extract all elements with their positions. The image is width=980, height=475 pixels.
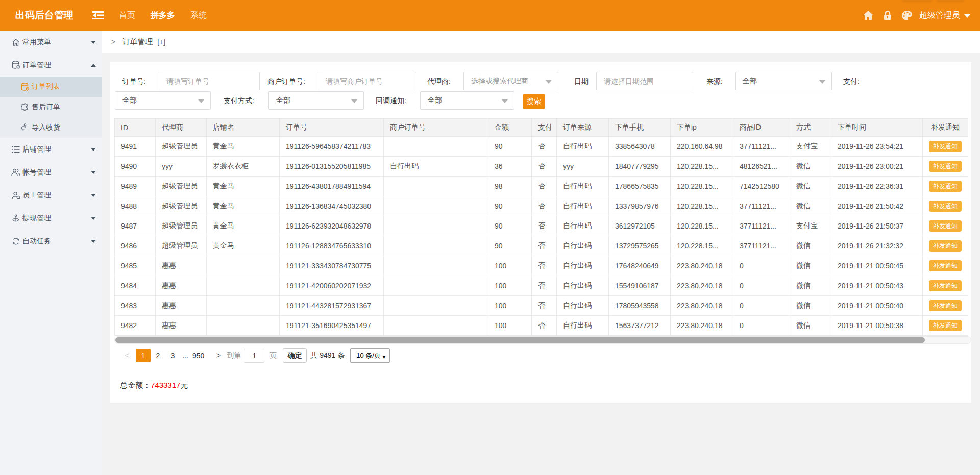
table-row: 9486超级管理员黄金马191126-12883476563331090否自行出… <box>115 236 968 256</box>
chevron-down-icon <box>91 148 96 151</box>
sidebar-item-common-menu[interactable]: 常用菜单 <box>0 31 102 54</box>
resend-notify-button[interactable]: 补发通知 <box>929 240 962 252</box>
resend-notify-button[interactable]: 补发通知 <box>929 300 962 311</box>
cell-time: 2019-11-21 00:50:43 <box>831 276 923 296</box>
order-list-icon <box>20 82 30 91</box>
cell-source: 自行出码 <box>557 296 609 316</box>
resend-notify-button[interactable]: 补发通知 <box>929 141 962 152</box>
total-amount-label: 总金额： <box>120 381 151 389</box>
search-button[interactable]: 搜索 <box>523 94 545 109</box>
cell-time: 2019-11-21 00:50:40 <box>831 296 923 316</box>
scrollbar-thumb[interactable] <box>115 337 925 343</box>
cell-time: 2019-11-26 21:32:32 <box>831 236 923 256</box>
total-count: 共 9491 条 <box>310 351 345 360</box>
user-menu[interactable]: 超级管理员 <box>919 10 970 21</box>
cell-phone: 17805943558 <box>609 296 671 316</box>
cell-shop: 黄金马 <box>207 236 280 256</box>
cell-product_id: 37711121... <box>733 216 790 236</box>
sidebar-item-withdraw-management[interactable]: 提现管理 <box>0 207 102 230</box>
resend-notify-button[interactable]: 补发通知 <box>929 201 962 212</box>
cell-ip: 120.228.15... <box>671 236 733 256</box>
cell-order_no: 191121-443281572931367 <box>280 296 384 316</box>
page-button-3[interactable]: 3 <box>165 349 180 362</box>
breadcrumb-expand[interactable]: [+] <box>157 38 165 46</box>
cell-action: 补发通知 <box>923 157 968 177</box>
cell-phone: 17866575835 <box>609 177 671 196</box>
cell-amount: 90 <box>488 196 532 216</box>
page-button-1[interactable]: 1 <box>136 349 151 362</box>
sidebar-item-account-management[interactable]: 帐号管理 <box>0 161 102 184</box>
cell-id: 9483 <box>115 296 156 316</box>
sidebar-collapse-icon[interactable] <box>92 9 104 21</box>
cell-action: 补发通知 <box>923 316 968 336</box>
sidebar-item-after-sale-orders[interactable]: 售后订单 <box>0 97 102 117</box>
sidebar-item-staff-management[interactable]: 员工管理 <box>0 184 102 207</box>
order-no-input[interactable] <box>159 72 260 90</box>
sidebar-item-order-management[interactable]: 订单管理 <box>0 54 102 77</box>
page-button-950[interactable]: 950 <box>190 349 206 362</box>
topbar-right: 超级管理员 <box>859 0 980 31</box>
horizontal-scrollbar[interactable] <box>114 336 971 344</box>
callback-select[interactable]: 全部 <box>420 91 514 110</box>
home-icon[interactable] <box>859 0 878 31</box>
orders-table: ID代理商店铺名订单号商户订单号金额支付订单来源下单手机下单ip商品ID方式下单… <box>114 118 968 336</box>
nav-item-pinduoduo[interactable]: 拼多多 <box>143 0 183 31</box>
cell-ip: 120.228.15... <box>671 216 733 236</box>
cell-shop <box>207 276 280 296</box>
column-header-id: ID <box>115 119 156 137</box>
resend-notify-button[interactable]: 补发通知 <box>929 260 962 271</box>
source-select[interactable]: 全部 <box>735 72 832 90</box>
total-amount: 总金额：7433317元 <box>120 381 188 391</box>
user-name: 超级管理员 <box>919 10 960 21</box>
cell-id: 9487 <box>115 216 156 236</box>
cell-amount: 90 <box>488 236 532 256</box>
page-button-2[interactable]: 2 <box>151 349 165 362</box>
nav-item-home[interactable]: 首页 <box>111 0 143 31</box>
lock-icon[interactable] <box>878 0 897 31</box>
cell-order_no: 191126-623932048632978 <box>280 216 384 236</box>
resend-notify-button[interactable]: 补发通知 <box>929 161 962 172</box>
cell-product_id: 48126521... <box>733 157 790 177</box>
next-page-button[interactable]: > <box>213 351 224 360</box>
cell-amount: 36 <box>488 157 532 177</box>
sidebar-item-shop-management[interactable]: 店铺管理 <box>0 138 102 161</box>
pay-method-select[interactable]: 全部 <box>268 91 364 110</box>
page-size-select[interactable]: 10 条/页 ▼ <box>350 348 390 363</box>
confirm-button[interactable]: 确定 <box>283 348 307 363</box>
merchant-no-input[interactable] <box>318 72 416 90</box>
cell-time: 2019-11-26 21:50:42 <box>831 196 923 216</box>
prev-page-button[interactable]: < <box>122 351 132 360</box>
resend-notify-button[interactable]: 补发通知 <box>929 220 962 232</box>
sidebar-item-order-list[interactable]: 订单列表 <box>0 77 102 97</box>
resend-notify-button[interactable]: 补发通知 <box>929 280 962 291</box>
cell-shop <box>207 316 280 336</box>
goto-page-input[interactable] <box>244 349 264 363</box>
top-nav: 首页 拼多多 系统 <box>111 0 214 31</box>
palette-icon[interactable] <box>897 0 917 31</box>
sidebar-item-import-receiving[interactable]: 导入收货 <box>0 117 102 138</box>
app-title: 出码后台管理 <box>0 9 102 22</box>
window-shadow <box>902 0 932 2</box>
cell-agent: 惠惠 <box>156 316 207 336</box>
cell-id: 9486 <box>115 236 156 256</box>
resend-notify-button[interactable]: 补发通知 <box>929 320 962 331</box>
select-arrow-icon <box>819 80 825 84</box>
pay-select[interactable]: 全部 <box>115 91 211 110</box>
cell-product_id: 7142512580 <box>733 177 790 196</box>
resend-notify-button[interactable]: 补发通知 <box>929 181 962 192</box>
agent-select[interactable]: 选择或搜索代理商 <box>463 72 558 90</box>
cell-order_no: 191126-596458374211783 <box>280 137 384 157</box>
nav-item-system[interactable]: 系统 <box>183 0 214 31</box>
sidebar-item-auto-tasks[interactable]: 自动任务 <box>0 230 102 253</box>
cell-merchant_no <box>384 177 488 196</box>
total-amount-unit: 元 <box>180 381 188 389</box>
orders-db-icon <box>11 61 20 70</box>
cell-id: 9490 <box>115 157 156 177</box>
column-header-agent: 代理商 <box>156 119 207 137</box>
content-area: 订单号: 商户订单号: 代理商: 选择或搜索代理商 日期 来源: 全部 支付: <box>102 53 980 475</box>
cell-phone: 3612972105 <box>609 216 671 236</box>
cell-action: 补发通知 <box>923 276 968 296</box>
date-range-input[interactable] <box>596 72 693 90</box>
hook-icon <box>20 123 30 132</box>
sidebar: 常用菜单 订单管理 <box>0 31 102 475</box>
